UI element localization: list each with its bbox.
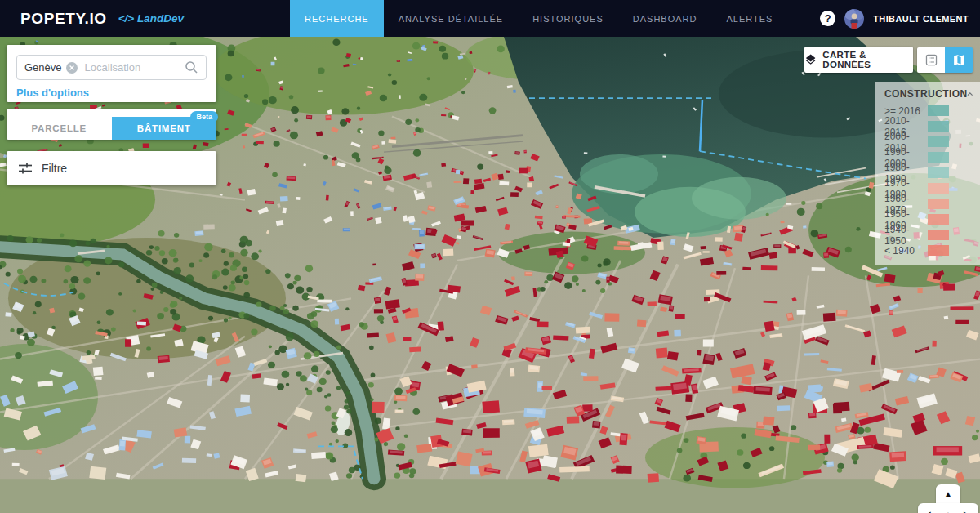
beta-badge: Beta	[190, 111, 218, 123]
list-view-button[interactable]	[917, 47, 945, 73]
legend-color-swatch	[928, 121, 949, 132]
brand-logo[interactable]: POPETY.IO	[20, 10, 107, 28]
legend-title: CONSTRUCTION	[884, 88, 967, 100]
legend-color-swatch	[928, 183, 949, 194]
carte-donnees-button[interactable]: CARTE & DONNÉES	[804, 47, 913, 73]
layers-icon	[804, 53, 817, 66]
chevron-up-icon[interactable]	[967, 91, 973, 97]
legend-color-swatch	[928, 214, 949, 225]
search-icon[interactable]	[185, 60, 198, 74]
legend-color-swatch	[928, 136, 949, 147]
more-options-link[interactable]: Plus d'options	[16, 87, 207, 99]
legend-header[interactable]: CONSTRUCTION	[875, 87, 980, 103]
location-search-input[interactable]: Genève Localisation	[16, 55, 207, 80]
nav-item-historiques[interactable]: HISTORIQUES	[518, 0, 618, 37]
legend-rows: >= 20162010-20162000-20101990-20001980-1…	[875, 103, 980, 258]
filter-sliders-icon	[18, 162, 33, 175]
help-icon[interactable]: ?	[820, 11, 835, 26]
search-panel: Genève Localisation Plus d'options	[7, 45, 216, 102]
legend-label: < 1940	[884, 245, 928, 256]
legend-color-swatch	[928, 105, 949, 116]
brand: POPETY.IO </> LandDev	[0, 0, 290, 37]
filter-button[interactable]: Filtre	[7, 151, 216, 185]
location-chip[interactable]: Genève	[24, 61, 62, 74]
nav-item-recherche[interactable]: RECHERCHE	[290, 0, 384, 37]
legend-color-swatch	[928, 230, 949, 240]
main-nav: RECHERCHE ANALYSE DÉTAILLÉE HISTORIQUES …	[290, 0, 787, 37]
legend-color-swatch	[928, 167, 949, 178]
view-toggle-group	[917, 47, 973, 73]
carte-donnees-label: CARTE & DONNÉES	[822, 50, 913, 69]
mode-tabs-panel: Beta PARCELLE BÂTIMENT	[7, 109, 216, 140]
legend-color-swatch	[928, 199, 949, 209]
avatar[interactable]	[844, 9, 864, 29]
nav-item-dashboard[interactable]: DASHBOARD	[618, 0, 712, 37]
legend-label: 1940-1950	[884, 224, 928, 247]
app-window: POPETY.IO </> LandDev RECHERCHE ANALYSE …	[0, 0, 980, 513]
pan-up-button[interactable]: ▲	[944, 490, 952, 498]
nav-item-alertes[interactable]: ALERTES	[711, 0, 787, 37]
legend-row[interactable]: < 1940	[875, 243, 980, 258]
legend-color-swatch	[928, 245, 949, 256]
top-navigation-bar: POPETY.IO </> LandDev RECHERCHE ANALYSE …	[0, 0, 980, 37]
top-right-area: ? THIBAULT CLEMENT	[820, 0, 980, 37]
tab-parcelle[interactable]: PARCELLE	[7, 117, 112, 140]
brand-subtitle: </> LandDev	[118, 12, 184, 25]
legend-color-swatch	[928, 152, 949, 163]
legend-row[interactable]: 1940-1950	[875, 227, 980, 243]
nav-item-analyse-detaillee[interactable]: ANALYSE DÉTAILLÉE	[384, 0, 518, 37]
search-placeholder: Localisation	[85, 61, 185, 74]
map-view-button[interactable]	[945, 47, 973, 73]
user-name[interactable]: THIBAULT CLEMENT	[873, 14, 969, 24]
chip-remove-icon[interactable]	[66, 62, 78, 74]
construction-legend: CONSTRUCTION >= 20162010-20162000-201019…	[875, 82, 980, 265]
filter-label: Filtre	[42, 162, 67, 175]
